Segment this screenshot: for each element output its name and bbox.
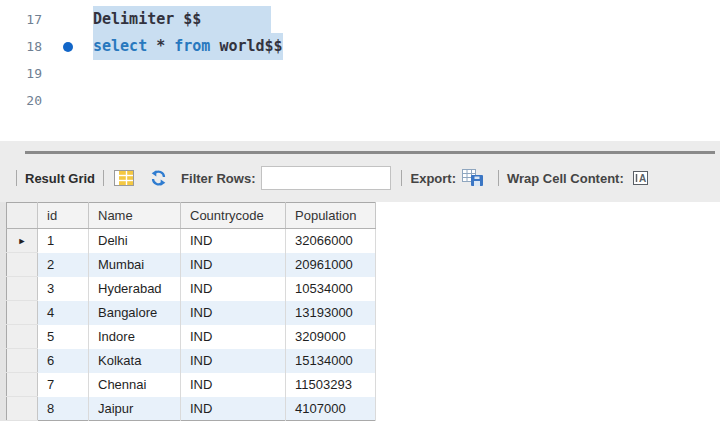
toolbar-separator (401, 170, 402, 186)
line-number: 17 (0, 6, 42, 33)
code-text: select * from world$$ (93, 33, 283, 60)
result-grid-toolbar: Result Grid Filter Rows: Export: (0, 154, 720, 202)
export-recordset-icon[interactable] (462, 169, 484, 187)
editor-lines: 17Delimiter $$18select * from world$$192… (0, 6, 720, 114)
cell-population[interactable]: 3209000 (286, 325, 376, 349)
cell-name[interactable]: Indore (89, 325, 181, 349)
filter-rows-label: Filter Rows: (181, 171, 255, 186)
wrap-cell-content-icon[interactable]: A (632, 170, 649, 186)
breakpoint-gutter[interactable] (42, 6, 93, 33)
cell-name[interactable]: Mumbai (89, 253, 181, 277)
editor-line-19[interactable]: 19 (0, 60, 720, 87)
export-label: Export: (410, 171, 456, 186)
code-text: Delimiter $$ (93, 6, 271, 33)
cell-name[interactable]: Jaipur (89, 397, 181, 421)
toolbar-separator (103, 170, 104, 186)
result-grid-container: idNameCountrycodePopulation ►1DelhiIND32… (0, 202, 376, 421)
toolbar-separator (16, 170, 17, 186)
grid-row-1[interactable]: ►1DelhiIND32066000 (7, 229, 376, 253)
row-selector[interactable]: ► (7, 229, 38, 253)
line-number: 18 (0, 33, 42, 60)
cell-name[interactable]: Hyderabad (89, 277, 181, 301)
sql-editor[interactable]: 17Delimiter $$18select * from world$$192… (0, 0, 720, 141)
statement-marker-icon (63, 42, 73, 52)
line-number: 20 (0, 87, 42, 114)
cell-id[interactable]: 4 (38, 301, 89, 325)
svg-text:A: A (639, 173, 646, 184)
cell-name[interactable]: Kolkata (89, 349, 181, 373)
cell-countrycode[interactable]: IND (181, 373, 286, 397)
select-all-corner[interactable] (7, 203, 38, 229)
cell-name[interactable]: Delhi (89, 229, 181, 253)
filter-rows-input[interactable] (261, 166, 391, 190)
cell-countrycode[interactable]: IND (181, 253, 286, 277)
cell-id[interactable]: 8 (38, 397, 89, 421)
column-header-population[interactable]: Population (286, 203, 376, 229)
toolbar-separator (498, 170, 499, 186)
row-selector[interactable] (7, 325, 38, 349)
row-selector[interactable] (7, 277, 38, 301)
row-selector[interactable] (7, 301, 38, 325)
grid-row-4[interactable]: 4BangaloreIND13193000 (7, 301, 376, 325)
cell-population[interactable]: 11503293 (286, 373, 376, 397)
cell-id[interactable]: 1 (38, 229, 89, 253)
cell-population[interactable]: 4107000 (286, 397, 376, 421)
cell-population[interactable]: 20961000 (286, 253, 376, 277)
cell-countrycode[interactable]: IND (181, 349, 286, 373)
column-header-name[interactable]: Name (89, 203, 181, 229)
cell-countrycode[interactable]: IND (181, 301, 286, 325)
grid-row-3[interactable]: 3HyderabadIND10534000 (7, 277, 376, 301)
result-grid-table: idNameCountrycodePopulation ►1DelhiIND32… (6, 202, 376, 421)
row-selector[interactable] (7, 253, 38, 277)
cell-population[interactable]: 10534000 (286, 277, 376, 301)
cell-id[interactable]: 3 (38, 277, 89, 301)
grid-view-icon[interactable] (114, 170, 134, 186)
cell-countrycode[interactable]: IND (181, 229, 286, 253)
grid-row-7[interactable]: 7ChennaiIND11503293 (7, 373, 376, 397)
row-selector[interactable] (7, 397, 38, 421)
cell-id[interactable]: 2 (38, 253, 89, 277)
refresh-icon[interactable] (150, 170, 167, 186)
cell-name[interactable]: Bangalore (89, 301, 181, 325)
results-panel: Result Grid Filter Rows: Export: (0, 141, 720, 202)
cell-population[interactable]: 32066000 (286, 229, 376, 253)
result-grid-label: Result Grid (25, 171, 95, 186)
grid-row-6[interactable]: 6KolkataIND15134000 (7, 349, 376, 373)
cell-id[interactable]: 7 (38, 373, 89, 397)
cell-countrycode[interactable]: IND (181, 277, 286, 301)
cell-name[interactable]: Chennai (89, 373, 181, 397)
row-selector[interactable] (7, 373, 38, 397)
cell-population[interactable]: 15134000 (286, 349, 376, 373)
editor-line-18[interactable]: 18select * from world$$ (0, 33, 720, 60)
column-header-id[interactable]: id (38, 203, 89, 229)
grid-row-2[interactable]: 2MumbaiIND20961000 (7, 253, 376, 277)
editor-line-20[interactable]: 20 (0, 87, 720, 114)
breakpoint-gutter[interactable] (42, 87, 93, 114)
cell-id[interactable]: 6 (38, 349, 89, 373)
column-header-countrycode[interactable]: Countrycode (181, 203, 286, 229)
editor-line-17[interactable]: 17Delimiter $$ (0, 6, 720, 33)
grid-header-row: idNameCountrycodePopulation (7, 203, 376, 229)
line-number: 19 (0, 60, 42, 87)
wrap-cell-content-label: Wrap Cell Content: (507, 171, 624, 186)
row-selector[interactable] (7, 349, 38, 373)
cell-id[interactable]: 5 (38, 325, 89, 349)
grid-row-5[interactable]: 5IndoreIND3209000 (7, 325, 376, 349)
cell-population[interactable]: 13193000 (286, 301, 376, 325)
cell-countrycode[interactable]: IND (181, 325, 286, 349)
breakpoint-gutter[interactable] (42, 60, 93, 87)
grid-row-8[interactable]: 8JaipurIND4107000 (7, 397, 376, 421)
result-grid-area: idNameCountrycodePopulation ►1DelhiIND32… (0, 202, 720, 436)
cell-countrycode[interactable]: IND (181, 397, 286, 421)
breakpoint-gutter[interactable] (42, 33, 93, 60)
grid-body: ►1DelhiIND320660002MumbaiIND209610003Hyd… (7, 229, 376, 421)
